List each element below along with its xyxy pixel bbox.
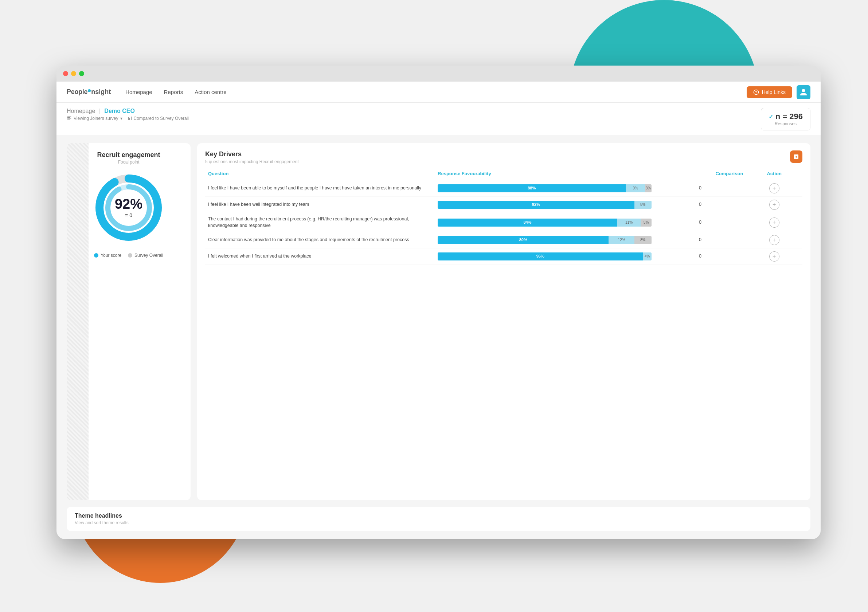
svg-rect-2 [128,117,129,120]
table-cell-comparison: 0 [654,180,746,197]
action-plus-button[interactable]: + [769,235,780,245]
nav-action-centre[interactable]: Action centre [195,87,227,96]
table-cell-question: The contact I had during the recruitment… [205,213,435,232]
table-cell-question: I feel like I have been able to be mysel… [205,180,435,197]
breadcrumb-homepage: Homepage [67,108,95,114]
check-icon: ✓ [769,113,773,120]
table-cell-question: I felt welcomed when I first arrived at … [205,248,435,265]
table-cell-action[interactable]: + [746,248,802,265]
kd-export-button[interactable] [790,150,802,163]
bar-blue: 96% [438,253,643,260]
theme-card: Theme headlines View and sort theme resu… [67,507,811,531]
main-content: Recruit engagement Focal point [56,135,821,539]
table-cell-action[interactable]: + [746,232,802,248]
action-plus-button[interactable]: + [769,183,780,194]
col-comparison: Comparison [654,169,746,180]
legend-dot-gray [128,253,132,257]
bar-blue: 88% [438,184,626,192]
svg-rect-3 [129,118,130,120]
title-bar [56,65,821,82]
bar-blue: 80% [438,236,609,244]
table-cell-question: I feel like I have been well integrated … [205,197,435,213]
top-nav: Peoplensight Homepage Reports Action cen… [56,82,821,103]
theme-subtitle: View and sort theme results [75,520,802,525]
donut-percent: 92% [115,197,143,211]
table-row: The contact I had during the recruitment… [205,213,802,232]
kd-subtitle: 5 questions most impacting Recruit engag… [205,159,299,164]
help-icon: ? [753,89,759,95]
action-plus-button[interactable]: + [769,217,780,228]
logo-dot [88,89,91,92]
breadcrumb-bar: Homepage | Demo CEO Viewing Joiners surv… [56,103,821,135]
comparison-icon [127,116,132,121]
table-cell-action[interactable]: + [746,213,802,232]
svg-text:?: ? [755,90,757,94]
donut-center: 92% = 0 [115,197,143,218]
bar-gray: 5% [641,218,651,226]
recruit-card: Recruit engagement Focal point [67,143,191,500]
table-cell-action[interactable]: + [746,197,802,213]
breadcrumb-separator: | [99,108,102,114]
responses-number: n = 296 [775,112,803,121]
svg-rect-4 [131,116,132,120]
bar-light-blue: 8% [634,201,651,209]
nav-links: Homepage Reports Action centre [126,87,746,96]
responses-label: Responses [775,121,797,126]
col-question: Question [205,169,435,180]
nav-reports[interactable]: Reports [164,87,183,96]
recruit-subtitle: Focal point [118,160,140,165]
table-cell-comparison: 0 [654,197,746,213]
bar-wrapper: 96%4% [438,253,651,260]
table-cell-comparison: 0 [654,248,746,265]
key-drivers-tbody: I feel like I have been able to be mysel… [205,180,802,265]
breadcrumb-left: Homepage | Demo CEO Viewing Joiners surv… [67,108,189,121]
kd-title: Key Drivers [205,150,299,158]
action-plus-button[interactable]: + [769,200,780,210]
close-button[interactable] [63,71,68,76]
breadcrumb-sub: Viewing Joiners survey ▾ Compared to Sur… [67,116,189,121]
recruit-title: Recruit engagement [97,151,160,159]
browser-content: Peoplensight Homepage Reports Action cen… [56,82,821,539]
donut-chart: 92% = 0 [92,171,165,244]
survey-chevron: ▾ [120,116,122,121]
table-cell-question: Clear information was provided to me abo… [205,232,435,248]
bar-gray: 3% [645,184,651,192]
logo: Peoplensight [67,88,111,96]
action-plus-button[interactable]: + [769,251,780,262]
legend-your-score-label: Your score [101,253,121,258]
browser-window: Peoplensight Homepage Reports Action cen… [56,65,821,539]
table-cell-bar: 96%4% [435,248,654,265]
col-favourability: Response Favourability [435,169,654,180]
table-cell-comparison: 0 [654,232,746,248]
breadcrumb-user: Demo CEO [104,108,135,114]
minimize-button[interactable] [71,71,76,76]
survey-filter[interactable]: Viewing Joiners survey ▾ [67,116,122,121]
comparison-filter: Compared to Survey Overall [127,116,189,121]
bar-light-blue: 9% [626,184,645,192]
nav-homepage[interactable]: Homepage [126,87,152,96]
theme-title: Theme headlines [75,513,802,519]
bar-light-blue: 4% [643,253,651,260]
breadcrumb-title: Homepage | Demo CEO [67,108,189,115]
bar-light-blue: 11% [617,218,641,226]
help-links-button[interactable]: ? Help Links [747,86,792,98]
export-icon [793,154,799,160]
kd-header: Key Drivers 5 questions most impacting R… [205,150,802,164]
table-cell-action[interactable]: + [746,180,802,197]
col-action: Action [746,169,802,180]
logo-insight-text: nsight [91,88,111,96]
survey-icon [67,116,72,121]
bar-wrapper: 80%12%8% [438,236,651,244]
table-cell-bar: 88%9%3% [435,180,654,197]
bar-wrapper: 84%11%5% [438,218,651,226]
legend-survey-overall-label: Survey Overall [135,253,163,258]
table-cell-comparison: 0 [654,213,746,232]
kd-header-text: Key Drivers 5 questions most impacting R… [205,150,299,164]
key-drivers-card: Key Drivers 5 questions most impacting R… [197,143,811,500]
user-avatar[interactable] [797,85,811,99]
responses-box: ✓ n = 296 Responses [761,108,811,130]
maximize-button[interactable] [79,71,84,76]
recruit-content: Recruit engagement Focal point [76,151,181,258]
legend-your-score: Your score [94,253,121,258]
table-cell-bar: 84%11%5% [435,213,654,232]
